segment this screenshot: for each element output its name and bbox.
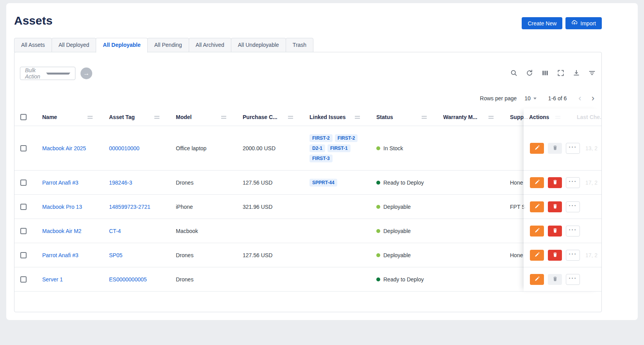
tabs: All Assets All Deployed All Deployable A… — [14, 38, 313, 53]
asset-tag-link[interactable]: 0000010000 — [109, 145, 140, 151]
rows-per-page-select[interactable]: 10 — [522, 95, 539, 101]
fullscreen-button[interactable] — [556, 69, 565, 78]
download-button[interactable] — [572, 69, 581, 78]
more-actions-button[interactable]: ··· — [566, 143, 580, 154]
delete-button[interactable] — [548, 250, 562, 261]
import-button[interactable]: Import — [565, 17, 602, 29]
column-drag-handle-icon[interactable] — [422, 116, 427, 119]
edit-button[interactable] — [530, 201, 544, 212]
asset-name-link[interactable]: Parrot Anafi #3 — [42, 180, 79, 186]
pagination: Rows per page 10 1-6 of 6 ‹ › — [480, 94, 597, 102]
columns-button[interactable] — [540, 69, 550, 78]
delete-button[interactable] — [548, 143, 562, 154]
bulk-action-select[interactable]: Bulk Action — [20, 67, 75, 80]
bulk-action-go-button[interactable]: → — [80, 68, 92, 79]
column-drag-handle-icon[interactable] — [221, 116, 226, 119]
actions-column: Actions ··· ··· ··· ··· — [524, 108, 601, 292]
pencil-icon — [534, 179, 540, 186]
asset-tag-link[interactable]: ES0000000005 — [109, 276, 147, 283]
pencil-icon — [534, 228, 540, 235]
create-new-button[interactable]: Create New — [522, 17, 562, 29]
purchase-cost-cell: 127.56 USD — [243, 252, 309, 258]
delete-button[interactable] — [548, 201, 562, 212]
asset-name-link[interactable]: Macbook Air 2025 — [42, 145, 86, 151]
tab-all-archived[interactable]: All Archived — [189, 38, 231, 52]
issue-badge[interactable]: FIRST-2 — [335, 134, 358, 142]
next-page-button[interactable]: › — [589, 94, 597, 102]
search-button[interactable] — [509, 69, 519, 78]
model-cell: iPhone — [176, 204, 243, 210]
column-header-linked-issues: Linked Issues — [309, 114, 346, 120]
pencil-icon — [534, 276, 540, 283]
status-dot-icon — [376, 253, 380, 257]
edit-button[interactable] — [530, 226, 544, 237]
filter-button[interactable] — [587, 69, 597, 78]
column-drag-handle-icon[interactable] — [355, 116, 360, 119]
fullscreen-icon — [557, 69, 565, 78]
issue-badge[interactable]: FIRST-3 — [309, 155, 333, 162]
asset-name-link[interactable]: Macbook Pro 13 — [42, 204, 82, 210]
edit-button[interactable] — [530, 177, 544, 188]
column-drag-handle-icon[interactable] — [88, 116, 93, 119]
delete-button[interactable] — [548, 226, 562, 237]
create-new-label: Create New — [528, 20, 556, 27]
arrow-right-icon: → — [83, 70, 89, 77]
import-label: Import — [580, 20, 596, 27]
select-all-checkbox[interactable] — [20, 114, 27, 120]
asset-tag-link[interactable]: 198246-3 — [109, 180, 132, 186]
status-label: Deployable — [383, 252, 411, 258]
more-actions-button[interactable]: ··· — [566, 201, 580, 212]
edit-button[interactable] — [530, 274, 544, 285]
asset-tag-link[interactable]: 148599723-2721 — [109, 204, 150, 210]
status-cell: Deployable — [376, 252, 438, 258]
tab-trash[interactable]: Trash — [286, 38, 313, 52]
linked-issues-cell: FIRST-2 FIRST-2 D2-1 FIRST-1 FIRST-3 — [309, 134, 371, 162]
asset-tag-link[interactable]: SP05 — [109, 252, 122, 258]
asset-name-link[interactable]: Macbook Air M2 — [42, 228, 81, 234]
edit-button[interactable] — [530, 143, 544, 154]
ellipsis-icon: ··· — [569, 204, 577, 208]
issue-badge[interactable]: FIRST-1 — [327, 144, 351, 152]
asset-tag-link[interactable]: CT-4 — [109, 228, 121, 234]
column-drag-handle-icon[interactable] — [154, 116, 159, 119]
tab-all-pending[interactable]: All Pending — [147, 38, 189, 52]
asset-name-link[interactable]: Server 1 — [42, 276, 63, 283]
trash-icon — [552, 203, 558, 210]
issue-badge[interactable]: D2-1 — [309, 144, 325, 152]
issue-badge[interactable]: SPPRT-44 — [309, 179, 337, 187]
tab-all-assets[interactable]: All Assets — [14, 38, 52, 52]
table-row: Server 1 ES0000000005 Drones Ready to De… — [14, 267, 601, 292]
status-label: Deployable — [383, 204, 411, 210]
refresh-button[interactable] — [525, 69, 534, 78]
status-cell: Deployable — [376, 228, 438, 234]
row-checkbox[interactable] — [20, 228, 27, 234]
ellipsis-icon: ··· — [569, 252, 577, 256]
edit-button[interactable] — [530, 250, 544, 261]
download-icon — [572, 69, 580, 78]
asset-name-link[interactable]: Parrot Anafi #3 — [42, 252, 79, 258]
row-checkbox[interactable] — [20, 145, 27, 151]
column-header-actions: Actions — [524, 108, 601, 126]
row-checkbox[interactable] — [20, 252, 27, 258]
rows-per-page-label: Rows per page — [480, 95, 517, 101]
model-cell: Office laptop — [176, 145, 243, 151]
row-checkbox[interactable] — [20, 180, 27, 186]
tab-all-deployed[interactable]: All Deployed — [52, 38, 97, 52]
column-drag-handle-icon[interactable] — [488, 116, 494, 119]
row-checkbox[interactable] — [20, 276, 27, 283]
ellipsis-icon: ··· — [569, 228, 577, 232]
previous-page-button[interactable]: ‹ — [576, 94, 583, 102]
tab-all-undeployable[interactable]: All Undeployable — [231, 38, 286, 52]
more-actions-button[interactable]: ··· — [566, 274, 580, 285]
issue-badge[interactable]: FIRST-2 — [309, 134, 333, 142]
delete-button[interactable] — [548, 274, 562, 285]
tab-all-deployable[interactable]: All Deployable — [96, 38, 147, 53]
row-checkbox[interactable] — [20, 204, 27, 210]
more-actions-button[interactable]: ··· — [566, 250, 580, 261]
actions-row: ··· — [524, 126, 601, 171]
delete-button[interactable] — [548, 177, 562, 188]
more-actions-button[interactable]: ··· — [566, 226, 580, 237]
more-actions-button[interactable]: ··· — [566, 177, 580, 188]
status-dot-icon — [376, 181, 380, 185]
column-drag-handle-icon[interactable] — [288, 116, 293, 119]
